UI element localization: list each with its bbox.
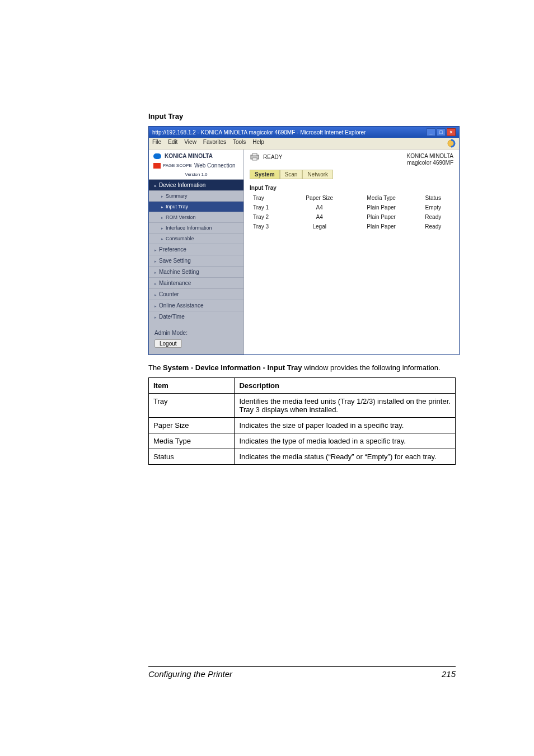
- footer-page-number: 215: [442, 669, 456, 679]
- table-row: TrayIdentifies the media feed units (Tra…: [149, 394, 456, 418]
- input-tray-table: Tray Paper Size Media Type Status Tray 1…: [250, 193, 453, 231]
- logout-button[interactable]: Logout: [154, 339, 182, 348]
- window-title: http://192.168.1.2 - KONICA MINOLTA magi…: [152, 129, 366, 136]
- sidebar-item[interactable]: ▸Consumable: [149, 233, 243, 244]
- menu-item[interactable]: Help: [252, 139, 264, 148]
- pagescope-icon: [153, 163, 161, 169]
- menu-item[interactable]: Tools: [233, 139, 246, 148]
- main-panel: READY KONICA MINOLTA magicolor 4690MF Sy…: [244, 150, 459, 354]
- sidebar-item[interactable]: ▸Online Assistance: [149, 300, 243, 311]
- cell: Tray 1: [250, 203, 289, 212]
- sidebar-item-label: Save Setting: [159, 258, 191, 264]
- sidebar-item[interactable]: ▸Preference: [149, 244, 243, 255]
- cell: Plain Paper: [350, 203, 413, 212]
- menu-item[interactable]: File: [152, 139, 161, 148]
- sidebar-item-label: Maintenance: [159, 280, 191, 286]
- triangle-icon: ▸: [161, 194, 163, 198]
- body-bold: System - Device Information - Input Tray: [163, 363, 302, 372]
- cell: A4: [289, 212, 350, 222]
- sidebar-item-label: Interface Information: [166, 225, 212, 231]
- triangle-icon: ▸: [154, 282, 157, 286]
- table-row: Tray 2A4Plain PaperReady: [250, 212, 453, 222]
- triangle-icon: ▸: [154, 315, 157, 319]
- desc-text: Indicates the media status (“Ready” or “…: [235, 449, 456, 465]
- sidebar-item-label: Device Information: [159, 182, 205, 188]
- table-row: Paper SizeIndicates the size of paper lo…: [149, 418, 456, 433]
- sidebar-item[interactable]: ▸Maintenance: [149, 277, 243, 288]
- triangle-icon: ▸: [161, 205, 163, 209]
- sidebar-item[interactable]: ▸Date/Time: [149, 311, 243, 322]
- sidebar-item[interactable]: ▸Machine Setting: [149, 266, 243, 277]
- cell: Ready: [413, 222, 453, 231]
- svg-rect-2: [252, 153, 257, 156]
- triangle-icon: ▸: [154, 259, 157, 263]
- sidebar-item-label: Summary: [166, 193, 188, 199]
- maximize-icon[interactable]: □: [437, 128, 446, 136]
- sidebar: KONICA MINOLTA PAGE SCOPE Web Connection…: [149, 150, 244, 354]
- ready-label: READY: [263, 154, 282, 160]
- desc-head-item: Item: [149, 378, 235, 394]
- sidebar-item-label: Preference: [159, 246, 186, 253]
- body-paragraph: The System - Device Information - Input …: [148, 363, 456, 373]
- desc-item: Status: [149, 449, 235, 465]
- desc-item: Tray: [149, 394, 235, 418]
- body-suffix: window provides the following informatio…: [302, 363, 441, 372]
- cell: Legal: [289, 222, 350, 231]
- tab-row: System Scan Network: [250, 170, 453, 179]
- sidebar-item-label: Machine Setting: [159, 269, 199, 275]
- triangle-icon: ▸: [154, 248, 157, 252]
- titlebar: http://192.168.1.2 - KONICA MINOLTA magi…: [149, 127, 459, 138]
- cell: Plain Paper: [350, 212, 413, 222]
- col-status: Status: [413, 193, 453, 203]
- close-icon[interactable]: ×: [447, 128, 456, 136]
- corp-line-2: magicolor 4690MF: [406, 160, 453, 166]
- cell: A4: [289, 203, 350, 212]
- col-paper-size: Paper Size: [289, 193, 350, 203]
- sidebar-item[interactable]: ▸ROM Version: [149, 212, 243, 222]
- triangle-icon: ▸: [161, 216, 163, 220]
- admin-mode-label: Admin Mode:: [154, 330, 238, 336]
- sidebar-item-label: Online Assistance: [159, 302, 204, 309]
- sidebar-item[interactable]: ▸Interface Information: [149, 222, 243, 233]
- sidebar-item-label: Date/Time: [159, 314, 185, 320]
- brand-row: KONICA MINOLTA: [149, 150, 243, 162]
- version-label: Version 1.0: [149, 172, 243, 179]
- menubar: File Edit View Favorites Tools Help: [149, 138, 459, 150]
- desc-text: Indicates the size of paper loaded in a …: [235, 418, 456, 433]
- menu-item[interactable]: Edit: [168, 139, 177, 148]
- tab-network[interactable]: Network: [302, 170, 333, 179]
- brand-oval-icon: [153, 153, 161, 159]
- desc-item: Media Type: [149, 433, 235, 449]
- table-row: StatusIndicates the media status (“Ready…: [149, 449, 456, 465]
- desc-head-desc: Description: [235, 378, 456, 394]
- brand-row-2: PAGE SCOPE Web Connection: [149, 162, 243, 172]
- table-row: Tray 1A4Plain PaperEmpty: [250, 203, 453, 212]
- sidebar-item[interactable]: ▸Summary: [149, 190, 243, 201]
- sidebar-item[interactable]: ▸Input Tray: [149, 201, 243, 212]
- web-connection-label: Web Connection: [194, 162, 236, 169]
- section-heading: Input Tray: [148, 112, 456, 120]
- sidebar-item[interactable]: ▸Counter: [149, 288, 243, 300]
- sidebar-item[interactable]: ▸Save Setting: [149, 255, 243, 266]
- sidebar-item-label: Input Tray: [166, 204, 188, 209]
- sidebar-item[interactable]: ▸Device Information: [149, 179, 243, 190]
- tab-system[interactable]: System: [250, 170, 280, 179]
- triangle-icon: ▸: [154, 293, 157, 297]
- desc-text: Identifies the media feed units (Tray 1/…: [235, 394, 456, 418]
- description-table: Item Description TrayIdentifies the medi…: [148, 377, 456, 465]
- body-prefix: The: [148, 363, 163, 372]
- sidebar-item-label: ROM Version: [166, 214, 196, 220]
- tab-scan[interactable]: Scan: [280, 170, 303, 179]
- page-footer: Configuring the Printer 215: [148, 666, 456, 679]
- desc-text: Indicates the type of media loaded in a …: [235, 433, 456, 449]
- table-row: Tray 3LegalPlain PaperReady: [250, 222, 453, 231]
- triangle-icon: ▸: [154, 270, 157, 274]
- sidebar-item-label: Counter: [159, 291, 179, 297]
- triangle-icon: ▸: [154, 304, 157, 308]
- ie-logo-icon: [447, 139, 456, 148]
- col-media-type: Media Type: [350, 193, 413, 203]
- minimize-icon[interactable]: _: [427, 128, 435, 136]
- menu-item[interactable]: Favorites: [203, 139, 226, 148]
- brand-name: KONICA MINOLTA: [165, 153, 213, 159]
- menu-item[interactable]: View: [184, 139, 196, 148]
